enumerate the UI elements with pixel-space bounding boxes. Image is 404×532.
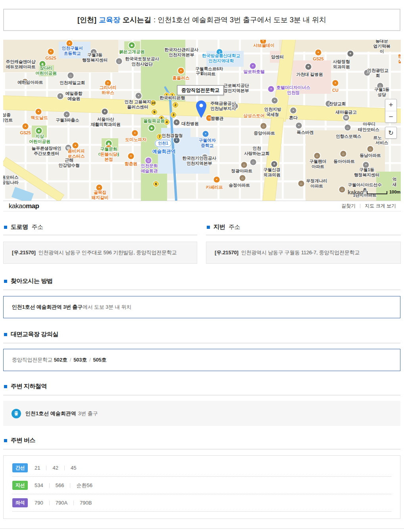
map-place-label: 한국방송통신대학교 인천지역대학 (202, 53, 240, 64)
road-address-text: 인천광역시 남동구 인주대로 596 기한빌딩, 중앙직업전문학교 (38, 249, 177, 256)
map-place-label: 르노 (373, 135, 381, 140)
map-place-label: 구월룩소르6차 아파트 (195, 66, 223, 77)
bus-route-number[interactable]: 42 (52, 465, 58, 471)
map-poi-marker: • (316, 50, 321, 56)
view-larger-map-link[interactable]: 지도 크게 보기 (365, 203, 396, 209)
map-place-label: 돈불식당 본점 (100, 152, 117, 162)
map-place-label: GS25 (313, 56, 324, 62)
bus-route-number[interactable]: 790B (80, 500, 92, 506)
kakao-map[interactable]: •••♣⌂⌂♣⌂•••••+•••••++⌂••⌂⌂••⌂W•⌂•⌂•♣•♣•♣… (3, 40, 401, 201)
map-place-label: 동아아파트 (333, 159, 355, 164)
section-square-icon (4, 439, 7, 442)
bus-row: 간선214245 (12, 459, 391, 477)
map-poi-marker: + (174, 120, 180, 126)
map-place-label: 장다리 어린이공원 (35, 66, 57, 76)
bus-item-divider (70, 483, 70, 488)
map-refresh-button[interactable]: ↻ (385, 127, 397, 139)
subway-station: 인천1호선 예술회관역 (25, 410, 76, 417)
bus-stop-marker: 6 (153, 181, 159, 187)
zoom-out-button[interactable]: − (385, 111, 396, 123)
map-poi-marker: ⌂ (250, 159, 256, 165)
heading-text: 주변 지하철역 (11, 383, 47, 390)
map-place-label: 지상 어린이공원 (29, 134, 50, 144)
map-poi-marker: • (36, 109, 42, 115)
map-poi-marker: ⌂ (345, 125, 351, 131)
page-title: [인천] 교육장 오시는길 : 인천1호선 예술회관역 3번 출구에서 도보 3… (3, 9, 400, 31)
heading-text: 찾아오시는 방법 (11, 277, 52, 285)
find-route-link[interactable]: 길찾기 (341, 203, 356, 209)
map-poi-marker: W (343, 115, 349, 121)
map-place-label: 예술회관역 (152, 149, 176, 154)
map-poi-marker: • (268, 86, 274, 92)
map-poi-marker: ⌂ (339, 187, 345, 193)
map-place-label: 인천경찰청 (162, 133, 183, 138)
bus-type-badge: 좌석 (12, 498, 28, 507)
map-place-label: 올림픽공원 (143, 118, 165, 124)
map-poi-marker: • (73, 143, 79, 149)
map-place-label: 중앙아파트 (254, 131, 275, 136)
section-square-icon (4, 280, 7, 283)
map-place-label: 우정개나리 아파트 (306, 178, 327, 189)
classroom-room: 505호 (93, 357, 106, 363)
bus-route-number[interactable]: 45 (71, 465, 76, 471)
bus-route-number[interactable]: 순환56 (76, 482, 92, 489)
map-poi-marker: + (271, 161, 277, 167)
map-poi-marker: • (48, 49, 54, 55)
classroom-room: 503호 (73, 357, 87, 363)
section-square-icon (4, 385, 7, 388)
title-suffix: 오시는길 (123, 15, 151, 25)
heading-rest: 주소 (32, 223, 43, 231)
heading-underline (3, 395, 400, 395)
map-place-label: 가천대 길병원 (296, 72, 323, 77)
map-place-label: 구월팬더 아파트 (310, 159, 327, 169)
zip-code: [우.21570] (12, 249, 36, 256)
bus-row: 지선534566순환56 (12, 477, 391, 494)
bus-route-number[interactable]: 790 (35, 500, 43, 506)
map-poi-marker: • (214, 177, 220, 183)
map-place-label: 그리너리 하우스 (100, 85, 117, 95)
bus-stop-marker: 9 (152, 109, 157, 115)
subway-box: 인천1호선 예술회관역 3번 출구 (3, 401, 400, 426)
map-place-label: 인천구월서 초등학교 (62, 46, 83, 56)
map-place-label: 한국자산관리공사 인천지역본부 (164, 47, 198, 58)
map-place-label: 인천 고용복지 플러스센터 (125, 99, 151, 110)
heading-bold: 지번 (214, 223, 225, 231)
map-poi-marker: ♣ (129, 43, 135, 48)
map-place-label: 카페리프 (206, 185, 223, 190)
map-poi-marker: • (136, 93, 142, 99)
map-place-label: 한국국토정보공사 인천사업단 (125, 56, 159, 67)
bus-type-badge: 간선 (12, 463, 28, 472)
section-square-icon (4, 333, 7, 336)
map-poi-marker: + (102, 109, 108, 115)
bus-route-number[interactable]: 790A (56, 500, 67, 506)
bus-route-number[interactable]: 566 (56, 482, 64, 488)
map-place-label: 구월여자 중학교 (199, 138, 216, 148)
map-bottom-bar: kakaomap 길찾기 지도 크게 보기 (3, 201, 401, 211)
map-poi-marker: • (23, 124, 29, 130)
map-place-label: 예하임아파트 (17, 80, 43, 85)
map-poi-marker: ♣ (149, 125, 155, 131)
page: [인천] 교육장 오시는길 : 인천1호선 예술회관역 3번 출구에서 도보 3… (0, 0, 404, 532)
map-place-label: 근해 안강망수협 (58, 158, 80, 168)
map-place-label: 사랑정형 외과의원 (333, 59, 350, 70)
map-poi-marker: ⌂ (68, 73, 74, 79)
bus-item-divider (49, 501, 50, 505)
map-place-label: 한국전기안전공사 인천지역본부 (182, 156, 216, 166)
room-separator: / (89, 357, 90, 363)
map-area (12, 187, 34, 201)
map-poi-marker: ⌂ (240, 175, 246, 181)
map-place-label: CU (332, 88, 338, 93)
map-place-label: 붉은고개공원 (119, 49, 144, 54)
map-scalebar: 100m (367, 190, 400, 194)
bus-stop-marker: 3 (171, 112, 176, 118)
kakaomap-logo: kakaomap (9, 202, 39, 210)
bus-route-number[interactable]: 21 (35, 465, 40, 471)
location-pin-icon[interactable] (196, 101, 206, 120)
map-poi-marker: • (290, 108, 296, 114)
kakao-watermark: kakao (348, 189, 364, 195)
bus-route-number[interactable]: 534 (35, 482, 43, 488)
map-place-label: 인향스포렉스 (336, 134, 361, 139)
classroom-heading: 대면교육장 강의실 (4, 331, 58, 338)
station-badge: 인천1 (155, 140, 171, 147)
zoom-in-button[interactable]: + (385, 99, 396, 111)
